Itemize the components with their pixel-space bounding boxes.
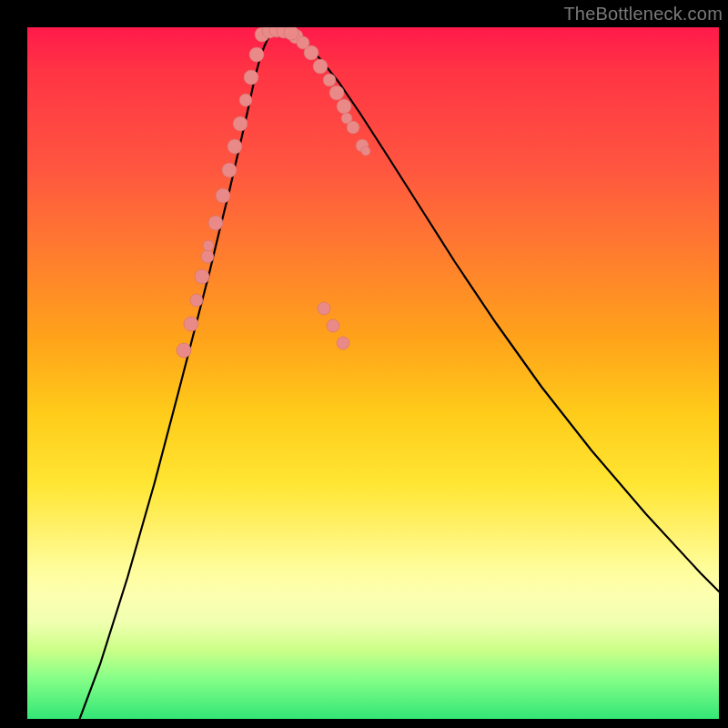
curve-dot-right bbox=[323, 74, 336, 86]
curve-dot-left bbox=[239, 94, 252, 106]
curve-dot-left bbox=[177, 343, 191, 358]
chart-svg bbox=[27, 27, 719, 719]
dots-layer bbox=[177, 27, 370, 358]
curve-dot-right bbox=[304, 46, 318, 60]
curve-layer bbox=[73, 31, 719, 719]
chart-plot-area bbox=[27, 27, 719, 719]
chart-stage: TheBottleneck.com bbox=[0, 0, 728, 728]
curve-dot-left bbox=[184, 317, 198, 331]
curve-dot-left bbox=[195, 269, 209, 284]
curve-dot-left bbox=[233, 116, 248, 131]
bottleneck-curve bbox=[73, 31, 719, 719]
curve-dot-right bbox=[329, 86, 344, 100]
curve-dot-left bbox=[201, 250, 214, 263]
curve-dot-right bbox=[361, 147, 370, 156]
curve-dot-right bbox=[313, 59, 328, 74]
curve-dot-left bbox=[222, 163, 237, 177]
curve-dot-right bbox=[337, 337, 349, 349]
curve-dot-left bbox=[244, 70, 258, 85]
curve-dot-left bbox=[208, 216, 223, 230]
curve-dot-right bbox=[327, 319, 339, 332]
curve-dot-right bbox=[318, 302, 330, 315]
curve-dot-right bbox=[347, 121, 359, 134]
watermark-text: TheBottleneck.com bbox=[563, 4, 723, 25]
curve-dot-right bbox=[337, 99, 351, 114]
curve-dot-bottom bbox=[284, 27, 298, 40]
curve-dot-left bbox=[249, 47, 264, 62]
curve-dot-left bbox=[190, 294, 203, 307]
curve-dot-left bbox=[203, 240, 214, 251]
curve-dot-left bbox=[216, 188, 230, 203]
curve-dot-left bbox=[228, 139, 242, 154]
